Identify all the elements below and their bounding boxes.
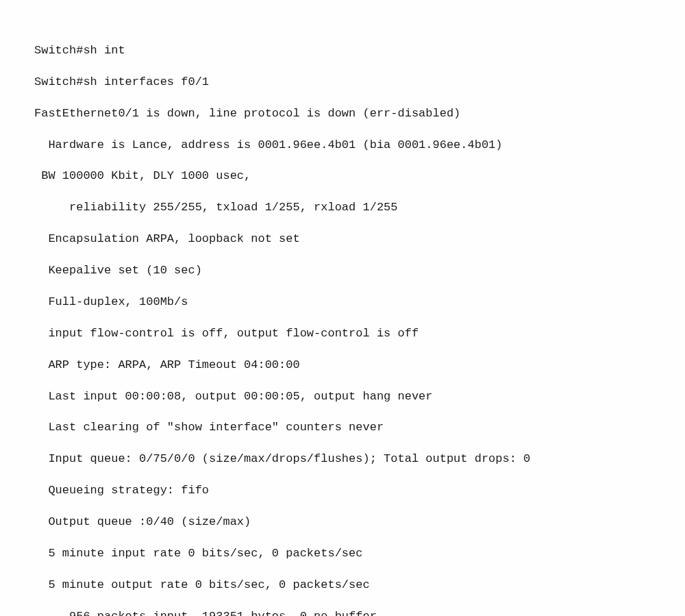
cli-line: Output queue :0/40 (size/max) [34, 515, 651, 530]
cli-line: Last input 00:00:08, output 00:00:05, ou… [34, 389, 651, 405]
cli-line: Switch#sh int [34, 43, 651, 59]
cli-line: ARP type: ARPA, ARP Timeout 04:00:00 [34, 358, 651, 373]
cli-line: 5 minute output rate 0 bits/sec, 0 packe… [34, 578, 651, 593]
cli-line: Last clearing of "show interface" counte… [34, 420, 651, 436]
cli-line: Queueing strategy: fifo [34, 483, 651, 499]
cli-line: Hardware is Lance, address is 0001.96ee.… [34, 138, 651, 153]
cli-line: 956 packets input, 193351 bytes, 0 no bu… [34, 609, 651, 616]
cli-line: Input queue: 0/75/0/0 (size/max/drops/fl… [34, 452, 651, 467]
cli-line: FastEthernet0/1 is down, line protocol i… [34, 106, 651, 122]
cli-line: 5 minute input rate 0 bits/sec, 0 packet… [34, 546, 651, 562]
cli-line: Full-duplex, 100Mb/s [34, 295, 651, 310]
cli-line: Switch#sh interfaces f0/1 [34, 75, 651, 90]
cli-line: input flow-control is off, output flow-c… [34, 326, 651, 342]
cli-line: Encapsulation ARPA, loopback not set [34, 232, 651, 247]
cli-line: Keepalive set (10 sec) [34, 263, 651, 279]
terminal-output[interactable]: Switch#sh int Switch#sh interfaces f0/1 … [34, 27, 651, 616]
cli-line: reliability 255/255, txload 1/255, rxloa… [34, 200, 651, 216]
cli-line: BW 100000 Kbit, DLY 1000 usec, [34, 169, 651, 184]
